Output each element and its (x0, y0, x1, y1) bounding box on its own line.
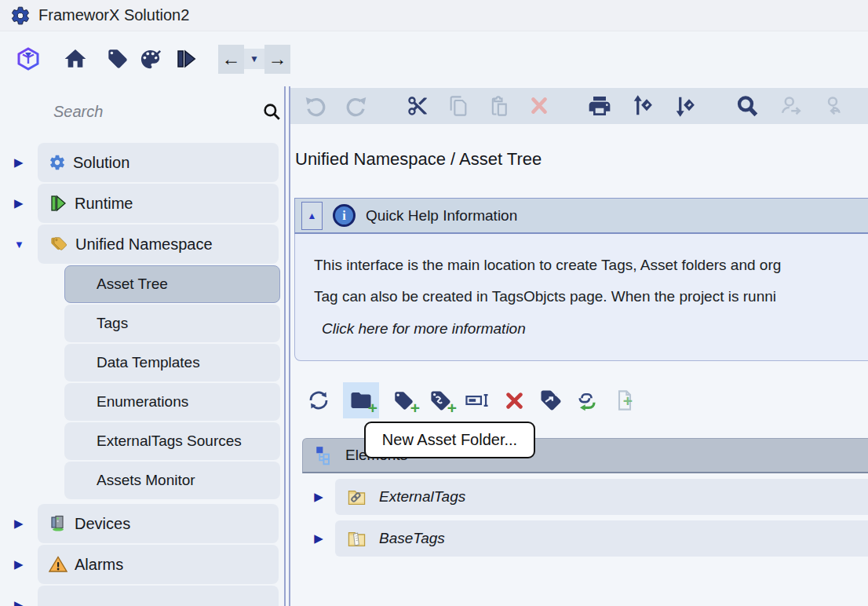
sidebar-item-solution-box[interactable]: Solution (38, 143, 279, 182)
subitem-label: Data Templates (97, 354, 200, 371)
main-layout: ▶ Solution ▶ Runtime (0, 86, 868, 606)
sidebar-subitem-externaltags-sources[interactable]: ExternalTags Sources (64, 422, 280, 460)
sidebar-nav-tree: ▶ Solution ▶ Runtime (0, 143, 284, 606)
folder-document-icon (346, 528, 367, 549)
palette-icon[interactable] (138, 47, 162, 71)
sort-ascending-icon[interactable] (631, 94, 655, 118)
nav-arrows-group: ← ▼ → (218, 45, 290, 74)
warning-triangle-icon (49, 555, 67, 574)
print-icon[interactable] (587, 93, 612, 119)
quick-help-body: This interface is the main location to c… (294, 234, 868, 361)
chevron-right-icon[interactable]: ▶ (14, 586, 31, 606)
quick-help-title: Quick Help Information (366, 207, 517, 225)
nav-forward-button[interactable]: → (264, 45, 290, 74)
sidebar-item-solution: ▶ Solution (0, 143, 284, 182)
new-folder-icon: + (348, 388, 374, 413)
redo-icon[interactable] (345, 94, 369, 118)
gear-blue-icon (49, 154, 66, 171)
cut-icon[interactable] (407, 95, 429, 117)
refresh-icon[interactable] (306, 388, 331, 413)
sidebar-item-label: Solution (73, 154, 129, 172)
help-text-line: Tag can also be created in TagsObjcts pa… (314, 281, 868, 312)
find-previous-user-icon[interactable] (821, 94, 844, 118)
chevron-right-icon[interactable]: ▶ (14, 545, 31, 584)
asset-actions-toolbar: + + + (290, 382, 868, 418)
subitem-label: Asset Tree (97, 276, 168, 293)
tree-row-label: BaseTags (379, 530, 445, 547)
sidebar-splitter[interactable] (284, 86, 290, 606)
sidebar-item-label: Runtime (75, 195, 133, 213)
sidebar-item-unified-namespace-box[interactable]: Unified Namespace (38, 225, 279, 264)
sidebar-subitem-asset-tree[interactable]: Asset Tree (64, 265, 280, 303)
sidebar-item-partial-box[interactable] (38, 586, 279, 606)
collapse-panel-button[interactable]: ▲ (301, 202, 323, 230)
window-title: FrameworX Solution2 (38, 6, 189, 24)
rename-icon[interactable] (465, 388, 490, 413)
home-icon[interactable] (63, 46, 88, 71)
edit-toolbar (290, 88, 868, 124)
sidebar-item-devices: ▶ Devices (0, 504, 284, 543)
tree-row-basetags: ▶ BaseTags (302, 520, 868, 557)
quick-help-panel: ▲ i Quick Help Information This interfac… (294, 198, 868, 361)
new-asset-folder-button[interactable]: + (343, 382, 379, 418)
runtime-icon[interactable] (174, 47, 198, 71)
subitem-label: ExternalTags Sources (97, 433, 242, 450)
sidebar-item-unified-namespace: ▼ Unified Namespace (0, 225, 284, 264)
sidebar-item-label: Alarms (75, 556, 123, 574)
gold-tags-icon (49, 235, 68, 253)
delete-red-icon[interactable] (501, 388, 527, 413)
search-icon[interactable] (261, 101, 282, 122)
tooltip: New Asset Folder... (364, 422, 535, 458)
tree-row-box[interactable]: ExternalTags (335, 479, 868, 515)
title-bar: FrameworX Solution2 (0, 0, 868, 31)
tag-icon[interactable] (107, 48, 129, 70)
more-information-link[interactable]: Click here for more information (322, 320, 868, 338)
sidebar-subitem-assets-monitor[interactable]: Assets Monitor (64, 462, 280, 499)
sidebar: ▶ Solution ▶ Runtime (0, 86, 284, 606)
sitemap-icon (314, 445, 334, 465)
chevron-right-icon[interactable]: ▶ (14, 143, 31, 182)
sidebar-subitem-tags[interactable]: Tags (64, 305, 280, 342)
sidebar-item-alarms-box[interactable]: Alarms (38, 545, 279, 584)
undo-icon[interactable] (303, 94, 326, 118)
sidebar-item-alarms: ▶ Alarms (0, 545, 284, 584)
folder-link-icon (346, 487, 367, 508)
tag-import-icon[interactable] (538, 388, 563, 413)
sidebar-item-devices-box[interactable]: Devices (38, 504, 279, 543)
tree-row-box[interactable]: BaseTags (335, 520, 868, 557)
sidebar-subitem-data-templates[interactable]: Data Templates (64, 344, 280, 381)
search-input[interactable] (14, 103, 261, 121)
chevron-right-icon[interactable]: ▶ (302, 490, 335, 504)
app-toolbar: ← ▼ → (0, 31, 868, 86)
nav-history-dropdown[interactable]: ▼ (244, 49, 264, 69)
sidebar-item-label: Unified Namespace (75, 235, 213, 254)
new-document-icon[interactable]: + (612, 388, 637, 413)
sort-descending-icon[interactable] (673, 94, 697, 118)
link-return-icon[interactable] (575, 388, 600, 413)
new-linked-tag-icon[interactable]: + (428, 388, 453, 413)
sidebar-subitem-enumerations[interactable]: Enumerations (64, 383, 280, 421)
brand-cube-icon[interactable] (16, 46, 41, 71)
tree-row-externaltags: ▶ ExternalTags (302, 479, 868, 515)
help-text-line: This interface is the main location to c… (314, 250, 868, 281)
breadcrumb: Unified Namespace / Asset Tree (295, 149, 868, 173)
find-next-user-icon[interactable] (779, 94, 802, 118)
sidebar-item-runtime: ▶ Runtime (0, 184, 284, 223)
find-icon[interactable] (735, 93, 760, 119)
tree-row-label: ExternalTags (379, 488, 465, 506)
copy-icon[interactable] (447, 95, 469, 117)
subitem-label: Assets Monitor (97, 472, 195, 489)
chevron-right-icon[interactable]: ▶ (302, 531, 335, 546)
sidebar-item-runtime-box[interactable]: Runtime (38, 184, 279, 223)
paste-icon[interactable] (488, 95, 510, 117)
chevron-right-icon[interactable]: ▶ (14, 184, 31, 223)
delete-icon[interactable] (529, 96, 549, 116)
chevron-down-icon[interactable]: ▼ (14, 225, 31, 264)
sidebar-item-partial: ▶ (0, 586, 284, 606)
subitem-label: Tags (97, 315, 128, 332)
subitem-label: Enumerations (97, 393, 188, 411)
new-tag-icon[interactable]: + (391, 388, 416, 413)
chevron-right-icon[interactable]: ▶ (14, 504, 31, 543)
info-icon: i (333, 204, 356, 227)
nav-back-button[interactable]: ← (218, 45, 244, 74)
